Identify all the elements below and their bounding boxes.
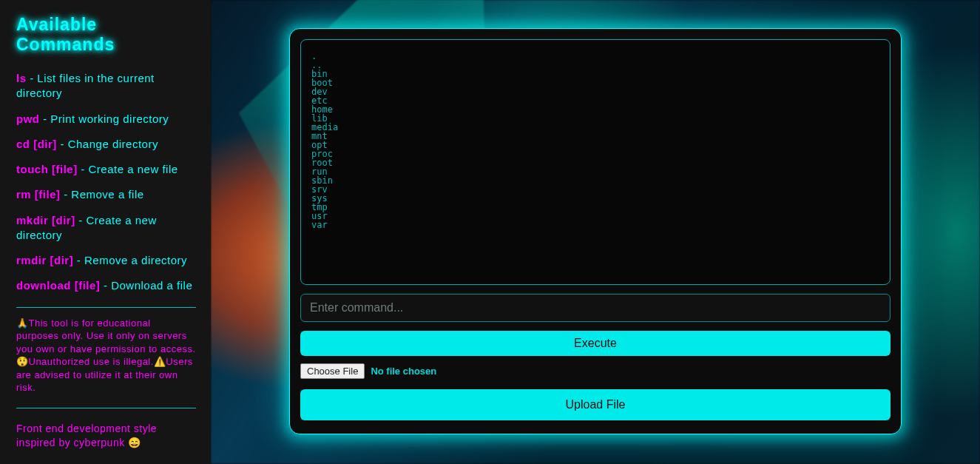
command-desc: Remove a file (71, 188, 143, 201)
divider (16, 408, 196, 408)
terminal-panel: . .. bin boot dev etc home lib media mnt… (289, 28, 902, 434)
command-name: rm [file] (16, 188, 61, 201)
command-name: rmdir [dir] (16, 254, 73, 266)
command-item: ls - List files in the current directory (16, 71, 196, 101)
command-desc: Change directory (68, 138, 158, 150)
command-item: cd [dir] - Change directory (16, 137, 196, 152)
command-item: rmdir [dir] - Remove a directory (16, 253, 196, 268)
command-list: ls - List files in the current directory… (16, 71, 196, 294)
credits-text: Front end development style inspired by … (16, 422, 196, 450)
command-input[interactable] (300, 294, 891, 322)
command-item: touch [file] - Create a new file (16, 162, 196, 177)
main-area: . .. bin boot dev etc home lib media mnt… (211, 0, 980, 464)
execute-button[interactable]: Execute (300, 331, 891, 356)
command-name: touch [file] (16, 163, 78, 175)
upload-file-button[interactable]: Upload File (300, 389, 891, 420)
command-name: mkdir [dir] (16, 214, 75, 226)
command-name: download [file] (16, 279, 100, 292)
command-desc: List files in the current directory (16, 72, 155, 99)
command-name: pwd (16, 112, 40, 125)
command-name: cd [dir] (16, 138, 57, 150)
choose-file-button[interactable]: Choose File (300, 363, 365, 379)
command-desc: Download a file (111, 279, 192, 292)
terminal-output[interactable]: . .. bin boot dev etc home lib media mnt… (300, 39, 891, 285)
command-item: rm [file] - Remove a file (16, 187, 196, 202)
divider (16, 307, 196, 308)
file-chooser-row: Choose File No file chosen (300, 363, 891, 379)
command-item: download [file] - Download a file (16, 278, 196, 293)
command-desc: Create a new file (89, 163, 178, 175)
disclaimer-text: 🙏This tool is for educational purposes o… (16, 317, 196, 394)
command-item: mkdir [dir] - Create a new directory (16, 213, 196, 243)
command-desc: Print working directory (50, 112, 169, 125)
sidebar-title: Available Commands (16, 15, 196, 55)
command-name: ls (16, 72, 27, 84)
file-status-text: No file chosen (371, 366, 436, 377)
command-desc: Remove a directory (84, 254, 187, 266)
sidebar: Available Commands ls - List files in th… (0, 0, 211, 464)
command-item: pwd - Print working directory (16, 112, 196, 127)
